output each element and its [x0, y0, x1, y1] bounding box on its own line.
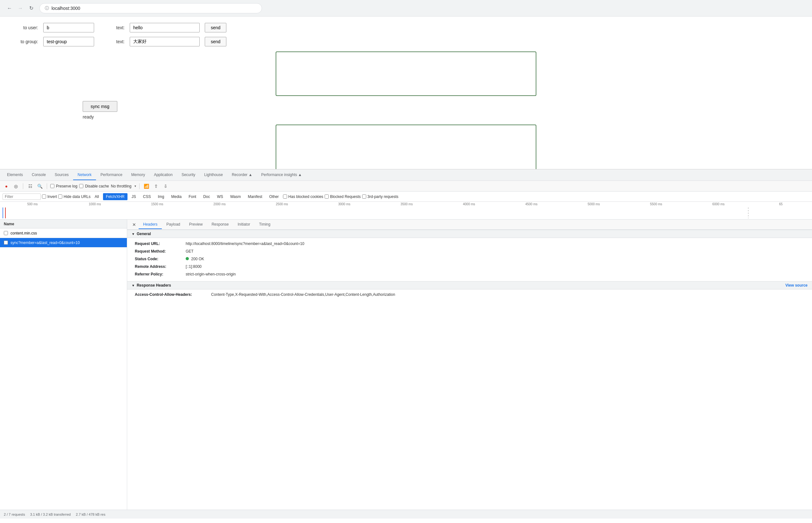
tab-performance-insights[interactable]: Performance insights ▲: [257, 170, 306, 180]
upload-button[interactable]: ⇧: [152, 182, 160, 190]
invert-checkbox[interactable]: Invert: [42, 195, 57, 199]
group-input[interactable]: [43, 37, 94, 47]
requests-count: 2 / 7 requests: [4, 512, 25, 516]
to-user-row: to user: text: send: [13, 23, 799, 32]
preserve-log-input[interactable]: [50, 184, 54, 188]
download-button[interactable]: ⇩: [162, 182, 170, 190]
back-button[interactable]: ←: [5, 4, 14, 13]
file-checkbox-1[interactable]: [4, 231, 8, 235]
payload-tab[interactable]: Payload: [162, 220, 184, 229]
has-blocked-checkbox[interactable]: Has blocked cookies: [283, 195, 323, 199]
view-source-link[interactable]: View source: [785, 283, 808, 288]
forward-button[interactable]: →: [16, 4, 25, 13]
all-filter-btn[interactable]: All: [92, 193, 102, 200]
manifest-filter-btn[interactable]: Manifest: [245, 193, 265, 200]
js-filter-btn[interactable]: JS: [129, 193, 139, 200]
css-filter-btn[interactable]: CSS: [140, 193, 154, 200]
tab-elements[interactable]: Elements: [2, 170, 27, 180]
timeline-label-8: 4500 ms: [500, 202, 562, 206]
search-button[interactable]: 🔍: [36, 182, 43, 190]
browser-chrome: ← → ↻ ⓘ localhost:3000: [0, 0, 812, 17]
timeline-labels: 500 ms 1000 ms 1500 ms 2000 ms 2500 ms 3…: [0, 202, 812, 206]
fetch-xhr-filter-btn[interactable]: Fetch/XHR: [103, 193, 127, 200]
response-tab[interactable]: Response: [207, 220, 233, 229]
list-item[interactable]: sync?member=a&last_read=0&count=10: [0, 238, 127, 248]
devtools-tab-bar: Elements Console Sources Network Perform…: [0, 169, 812, 181]
third-party-checkbox[interactable]: 3rd-party requests: [362, 195, 399, 199]
network-toolbar: ● ◎ ☷ 🔍 Preserve log Disable cache No th…: [0, 181, 812, 192]
throttle-select-input[interactable]: No throttling: [111, 184, 136, 188]
page-content: to user: text: send to group: text: send…: [0, 17, 812, 169]
tab-console[interactable]: Console: [27, 170, 50, 180]
wasm-filter-btn[interactable]: Wasm: [227, 193, 244, 200]
sync-button[interactable]: sync msg: [83, 101, 117, 112]
message-textarea-1[interactable]: [276, 52, 536, 96]
filter-icon-button[interactable]: ☷: [27, 182, 34, 190]
timing-tab[interactable]: Timing: [255, 220, 275, 229]
headers-tab[interactable]: Headers: [139, 220, 162, 229]
ws-filter-btn[interactable]: WS: [214, 193, 226, 200]
send-group-button[interactable]: send: [205, 37, 226, 47]
file-checkbox-2[interactable]: [4, 240, 8, 245]
tab-performance[interactable]: Performance: [96, 170, 127, 180]
record-button[interactable]: ●: [2, 182, 10, 190]
blocked-requests-checkbox[interactable]: Blocked Requests: [324, 195, 361, 199]
text-label-user: text:: [99, 25, 125, 30]
wifi-icon-button[interactable]: 📶: [143, 182, 151, 190]
third-party-input[interactable]: [362, 195, 366, 199]
preserve-log-checkbox[interactable]: Preserve log: [50, 184, 77, 188]
blocked-requests-input[interactable]: [324, 195, 329, 199]
tab-network[interactable]: Network: [73, 170, 96, 180]
filter-input[interactable]: [2, 194, 41, 200]
disable-cache-checkbox[interactable]: Disable cache: [79, 184, 109, 188]
tab-application[interactable]: Application: [149, 170, 177, 180]
remote-address-key: Remote Address:: [135, 264, 186, 269]
disable-cache-input[interactable]: [79, 184, 83, 188]
tab-lighthouse[interactable]: Lighthouse: [200, 170, 227, 180]
hide-data-urls-label: Hide data URLs: [64, 195, 91, 199]
send-user-button[interactable]: send: [205, 23, 226, 32]
list-item[interactable]: content.min.css: [0, 229, 127, 238]
disable-cache-label: Disable cache: [85, 184, 109, 188]
timeline-blue-line: [2, 208, 3, 218]
to-group-label: to group:: [13, 39, 38, 44]
media-filter-btn[interactable]: Media: [168, 193, 184, 200]
timeline-label-12: 65: [750, 202, 812, 206]
initiator-tab[interactable]: Initiator: [233, 220, 254, 229]
hide-data-urls-input[interactable]: [58, 195, 62, 199]
request-url-value: http://localhost:8000/timeline/sync?memb…: [186, 241, 304, 247]
font-filter-btn[interactable]: Font: [186, 193, 199, 200]
invert-input[interactable]: [42, 195, 46, 199]
request-details: ✕ Headers Payload Preview Response Initi…: [127, 220, 812, 510]
remote-address-value: [::1]:8000: [186, 264, 201, 269]
other-filter-btn[interactable]: Other: [266, 193, 282, 200]
address-bar[interactable]: ⓘ localhost:3000: [39, 3, 262, 13]
tab-recorder[interactable]: Recorder ▲: [227, 170, 257, 180]
has-blocked-input[interactable]: [283, 195, 287, 199]
hide-data-urls-checkbox[interactable]: Hide data URLs: [58, 195, 91, 199]
status-dot-icon: [186, 257, 189, 260]
tab-memory[interactable]: Memory: [127, 170, 149, 180]
tab-security[interactable]: Security: [177, 170, 200, 180]
close-tab-button[interactable]: ✕: [130, 221, 139, 229]
throttle-selector[interactable]: No throttling: [111, 184, 136, 188]
response-headers-body: Access-Control-Allow-Headers: Content-Ty…: [127, 289, 812, 301]
tab-sources[interactable]: Sources: [50, 170, 73, 180]
devtools-panel: Elements Console Sources Network Perform…: [0, 169, 812, 519]
response-headers-chevron-icon: ▼: [131, 284, 135, 287]
timeline-dashed-line: [748, 208, 748, 218]
remote-address-row: Remote Address: [::1]:8000: [135, 263, 808, 270]
referrer-policy-row: Referrer Policy: strict-origin-when-cros…: [135, 270, 808, 278]
user-text-input[interactable]: [130, 23, 200, 32]
response-headers-section-header[interactable]: ▼ Response Headers View source: [127, 281, 812, 289]
reload-button[interactable]: ↻: [27, 4, 36, 13]
user-input[interactable]: [43, 23, 94, 32]
group-text-input[interactable]: [130, 37, 200, 47]
preview-tab[interactable]: Preview: [185, 220, 207, 229]
general-section-header[interactable]: ▼ General: [127, 230, 812, 238]
img-filter-btn[interactable]: Img: [155, 193, 167, 200]
clear-button[interactable]: ◎: [12, 182, 20, 190]
status-code-key: Status Code:: [135, 256, 186, 262]
doc-filter-btn[interactable]: Doc: [200, 193, 213, 200]
message-textarea-2[interactable]: [276, 125, 536, 169]
